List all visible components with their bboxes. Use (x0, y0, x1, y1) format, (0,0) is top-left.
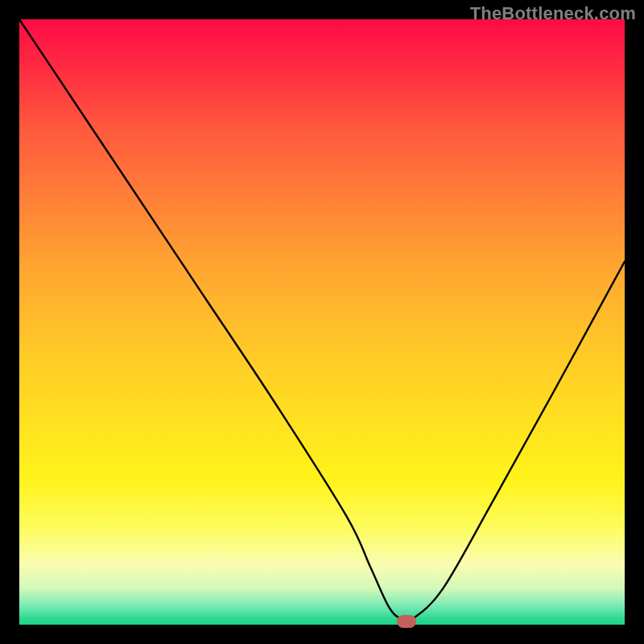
chart-frame: TheBottleneck.com (0, 0, 644, 644)
optimal-point-marker (397, 615, 416, 628)
watermark-text: TheBottleneck.com (470, 3, 636, 24)
plot-area (19, 19, 625, 625)
bottleneck-curve (19, 19, 625, 625)
